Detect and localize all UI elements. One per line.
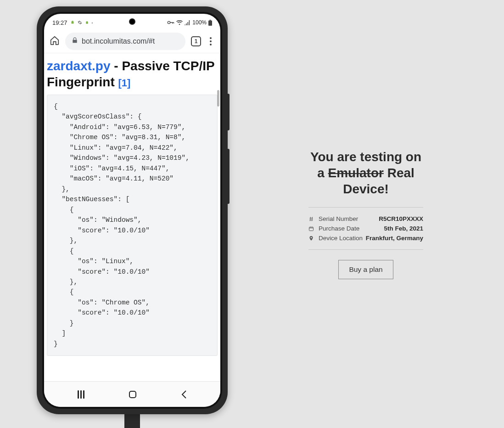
battery-icon: [208, 20, 212, 26]
meta-purchase: Purchase Date 5th Feb, 2021: [308, 224, 423, 233]
buy-plan-button[interactable]: Buy a plan: [338, 260, 393, 279]
heading-strike: Emulator: [328, 166, 384, 180]
tabs-button[interactable]: 1: [191, 36, 201, 46]
back-button[interactable]: [181, 390, 187, 399]
svg-point-2: [168, 21, 170, 23]
purchase-label: Purchase Date: [317, 225, 359, 232]
location-icon: [308, 236, 317, 241]
hash-icon: [308, 216, 317, 222]
battery-text: 100%: [192, 19, 207, 26]
recent-apps-button[interactable]: [78, 390, 84, 399]
phone-screen: 19:27 •: [44, 14, 220, 407]
dot-icon: •: [92, 21, 93, 25]
gear-icon: [78, 20, 82, 25]
phone-frame: 19:27 •: [37, 6, 228, 414]
android-icon: [70, 20, 75, 25]
meta-location: Device Location Frankfurt, Germany: [308, 233, 423, 243]
page-content[interactable]: zardaxt.py - Passive TCP/IP Fingerprint …: [44, 53, 220, 381]
divider: [308, 207, 423, 208]
serial-label: Serial Number: [317, 215, 358, 222]
lock-icon: [72, 37, 78, 45]
phone-mockup: 19:27 •: [37, 6, 228, 428]
calendar-icon: [308, 226, 317, 231]
wifi-icon: [176, 20, 183, 25]
title-ref[interactable]: [1]: [118, 77, 131, 89]
location-label: Device Location: [317, 235, 363, 242]
tab-count: 1: [195, 38, 198, 45]
home-icon[interactable]: [50, 35, 60, 47]
signal-icon: [185, 20, 190, 25]
page-title: zardaxt.py - Passive TCP/IP Fingerprint …: [46, 58, 218, 95]
url-text: bot.incolumitas.com/#t: [82, 37, 155, 45]
front-camera: [129, 18, 135, 25]
status-time: 19:27: [52, 19, 67, 26]
menu-icon[interactable]: [207, 37, 215, 45]
info-heading: You are testing on a Emulator Real Devic…: [308, 149, 423, 197]
code-block: { "avgScoreOsClass": { "Android": "avg=6…: [47, 95, 218, 356]
phone-stem: [124, 412, 140, 428]
svg-rect-3: [208, 20, 212, 25]
svg-point-0: [72, 22, 72, 22]
browser-toolbar: bot.incolumitas.com/#t 1: [44, 29, 220, 53]
svg-rect-4: [209, 20, 211, 21]
url-bar[interactable]: bot.incolumitas.com/#t: [65, 33, 185, 50]
svg-rect-5: [309, 227, 314, 231]
info-panel: You are testing on a Emulator Real Devic…: [228, 0, 504, 428]
title-link[interactable]: zardaxt.py: [47, 59, 111, 73]
home-button[interactable]: [129, 391, 136, 398]
vpn-key-icon: [167, 20, 174, 25]
scrollbar-thumb[interactable]: [217, 90, 219, 107]
android-nav-bar: [44, 381, 220, 407]
serial-value: R5CR10PXXXX: [379, 215, 423, 222]
android-icon-small: [85, 21, 89, 25]
meta-serial: Serial Number R5CR10PXXXX: [308, 214, 423, 224]
purchase-value: 5th Feb, 2021: [384, 225, 423, 232]
divider: [308, 249, 423, 250]
svg-point-1: [73, 22, 73, 22]
location-value: Frankfurt, Germany: [366, 235, 423, 242]
